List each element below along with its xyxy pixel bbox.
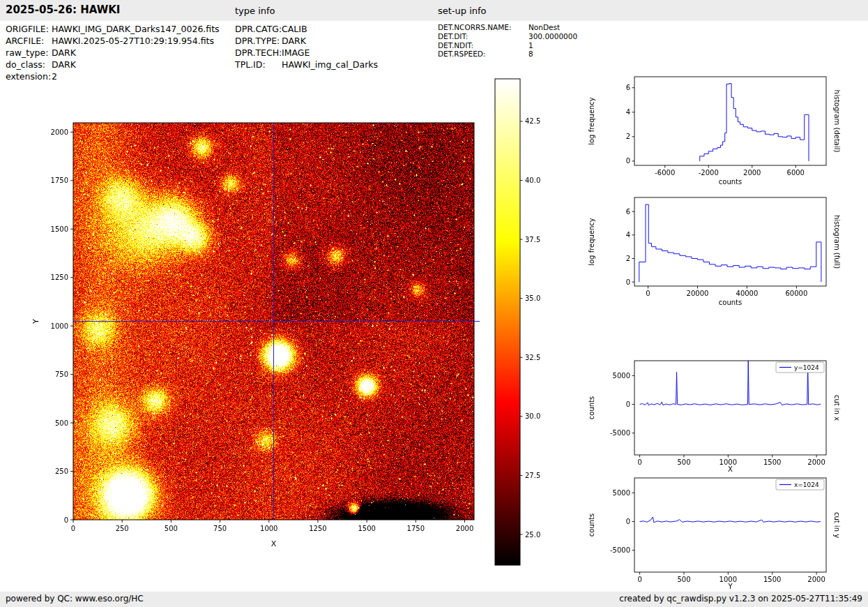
svg-text:0: 0 xyxy=(626,278,630,286)
meta-label: DET.RSPEED: xyxy=(438,50,528,59)
meta-row: DPR.TYPE:DARK xyxy=(235,35,378,47)
meta-row: DPR.CATG:CALIB xyxy=(235,23,378,35)
meta-row: raw_type:DARK xyxy=(6,47,220,59)
svg-text:cut in y: cut in y xyxy=(833,512,841,538)
svg-text:0: 0 xyxy=(71,525,75,532)
meta-label: DPR.CATG: xyxy=(235,23,282,35)
meta-label: do_class: xyxy=(6,59,52,70)
svg-text:40.0: 40.0 xyxy=(525,177,540,184)
meta-label: DPR.TECH: xyxy=(235,47,282,59)
svg-text:500: 500 xyxy=(677,576,690,583)
type-info-heading: type info xyxy=(235,6,275,16)
svg-text:0: 0 xyxy=(626,157,630,165)
type-info-list: DPR.CATG:CALIBDPR.TYPE:DARKDPR.TECH:IMAG… xyxy=(235,23,378,70)
svg-text:750: 750 xyxy=(213,525,227,532)
meta-value: CALIB xyxy=(282,24,307,34)
svg-text:750: 750 xyxy=(55,370,68,378)
histogram-detail-plot: -6000-2000200060000246countslog frequenc… xyxy=(579,66,844,195)
meta-row: DET.RSPEED:8 xyxy=(438,50,577,59)
svg-text:30.0: 30.0 xyxy=(525,412,540,420)
svg-text:X: X xyxy=(271,539,277,548)
meta-label: DET.NDIT: xyxy=(438,41,528,50)
svg-text:0: 0 xyxy=(646,290,650,297)
svg-text:Y: Y xyxy=(31,319,40,324)
cut-in-x-plot: 0500100015002000-500005000Xcountscut in … xyxy=(579,350,844,479)
dark-frame-image xyxy=(73,123,474,520)
svg-text:counts: counts xyxy=(719,178,742,186)
svg-text:0: 0 xyxy=(626,400,630,408)
meta-label: extension: xyxy=(6,70,52,82)
svg-text:-6000: -6000 xyxy=(655,169,675,177)
meta-row: ORIGFILE:HAWKI_IMG_DARK_Darks147_0026.fi… xyxy=(6,23,220,35)
svg-text:42.5: 42.5 xyxy=(525,117,540,125)
svg-text:4: 4 xyxy=(626,108,630,116)
svg-text:1500: 1500 xyxy=(763,576,781,583)
svg-text:2000: 2000 xyxy=(51,128,68,136)
svg-text:500: 500 xyxy=(165,525,178,532)
svg-text:500: 500 xyxy=(55,419,68,427)
meta-value: 2 xyxy=(52,71,57,82)
svg-text:1000: 1000 xyxy=(260,525,277,532)
footer-credit: powered by QC: www.eso.org/HC xyxy=(6,594,144,604)
meta-value: HAWKI_img_cal_Darks xyxy=(282,59,378,70)
svg-text:y=1024: y=1024 xyxy=(794,364,819,371)
svg-text:x=1024: x=1024 xyxy=(794,481,819,488)
svg-text:log frequency: log frequency xyxy=(588,97,595,145)
svg-text:0: 0 xyxy=(637,458,641,466)
svg-text:1000: 1000 xyxy=(51,322,68,330)
svg-text:0: 0 xyxy=(637,576,641,583)
setup-info-list: DET.NCORRS.NAME:NonDestDET.DIT:300.00000… xyxy=(438,23,577,59)
meta-value: 300.0000000 xyxy=(528,32,577,40)
hist-full-svg: 02000040000600000246countslog frequencyh… xyxy=(579,187,844,316)
svg-text:-5000: -5000 xyxy=(610,429,630,437)
svg-text:27.5: 27.5 xyxy=(525,472,540,479)
cut-in-y-plot: 0500100015002000-500005000Ycountscut in … xyxy=(579,467,844,597)
setup-info-heading: set-up info xyxy=(438,6,487,16)
svg-text:1500: 1500 xyxy=(358,525,375,532)
svg-text:-5000: -5000 xyxy=(610,546,630,554)
svg-text:500: 500 xyxy=(677,458,690,466)
svg-text:32.5: 32.5 xyxy=(525,354,540,361)
meta-row: TPL.ID:HAWKI_img_cal_Darks xyxy=(235,59,378,70)
meta-row: ARCFILE:HAWKI.2025-05-27T10:29:19.954.fi… xyxy=(6,35,220,47)
svg-text:6: 6 xyxy=(626,84,630,91)
meta-value: HAWKI_IMG_DARK_Darks147_0026.fits xyxy=(52,24,220,34)
svg-text:6000: 6000 xyxy=(787,169,805,177)
svg-text:40000: 40000 xyxy=(736,290,759,297)
svg-text:5000: 5000 xyxy=(613,372,630,380)
footer-created-by: created by qc_rawdisp.py v1.2.3 on 2025-… xyxy=(619,594,862,604)
file-info-list: ORIGFILE:HAWKI_IMG_DARK_Darks147_0026.fi… xyxy=(6,23,220,82)
meta-value: 8 xyxy=(528,50,533,58)
meta-label: DET.NCORRS.NAME: xyxy=(438,23,528,32)
meta-value: IMAGE xyxy=(282,47,310,58)
colorbar-axes-svg: 42.540.037.535.032.530.027.525.0 xyxy=(481,70,586,579)
cut-x-svg: 0500100015002000-500005000Xcountscut in … xyxy=(579,350,844,479)
svg-text:1750: 1750 xyxy=(51,177,68,184)
svg-text:1500: 1500 xyxy=(51,225,68,233)
svg-text:2: 2 xyxy=(626,255,630,262)
svg-text:1500: 1500 xyxy=(763,458,781,466)
meta-label: TPL.ID: xyxy=(235,59,282,70)
svg-text:2000: 2000 xyxy=(807,576,825,583)
svg-text:25.0: 25.0 xyxy=(525,531,540,539)
meta-value: DARK xyxy=(52,47,76,58)
svg-text:0: 0 xyxy=(626,518,630,525)
svg-text:counts: counts xyxy=(588,396,595,419)
meta-row: DPR.TECH:IMAGE xyxy=(235,47,378,59)
svg-text:log frequency: log frequency xyxy=(588,218,595,266)
meta-value: 1 xyxy=(528,41,533,50)
svg-text:2000: 2000 xyxy=(456,525,473,532)
svg-text:2000: 2000 xyxy=(743,169,761,177)
meta-label: ORIGFILE: xyxy=(6,23,52,35)
meta-label: DPR.TYPE: xyxy=(235,35,282,47)
cut-y-svg: 0500100015002000-500005000Ycountscut in … xyxy=(579,467,844,597)
meta-value: DARK xyxy=(52,59,76,70)
page-title: 2025-05-26: HAWKI xyxy=(6,3,120,16)
colorbar: 42.540.037.535.032.530.027.525.0 xyxy=(481,70,586,579)
svg-text:250: 250 xyxy=(55,467,68,475)
svg-text:cut in x: cut in x xyxy=(833,395,841,421)
svg-text:histogram (detail): histogram (detail) xyxy=(833,90,841,153)
svg-text:35.0: 35.0 xyxy=(525,294,540,302)
svg-text:2: 2 xyxy=(626,133,630,140)
meta-row: DET.NDIT:1 xyxy=(438,41,577,50)
